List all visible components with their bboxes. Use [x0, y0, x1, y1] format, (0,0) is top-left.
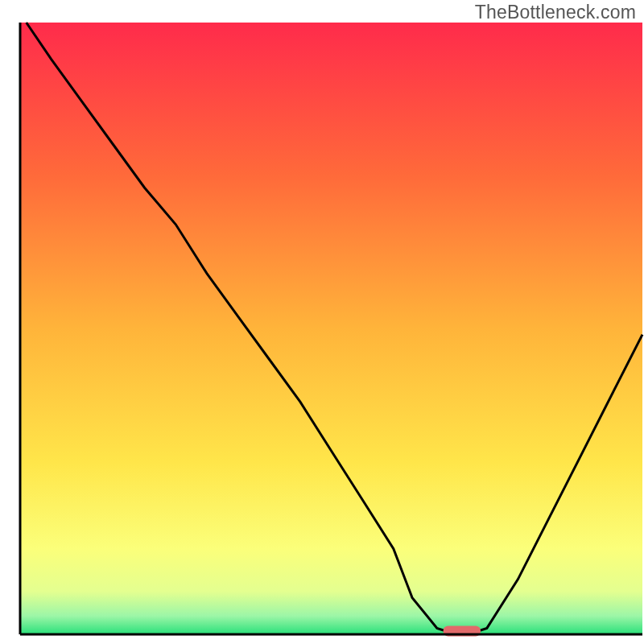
bottleneck-chart: TheBottleneck.com [0, 0, 644, 644]
chart-svg [0, 0, 644, 644]
plot-background [20, 23, 642, 634]
watermark-text: TheBottleneck.com [475, 2, 636, 23]
